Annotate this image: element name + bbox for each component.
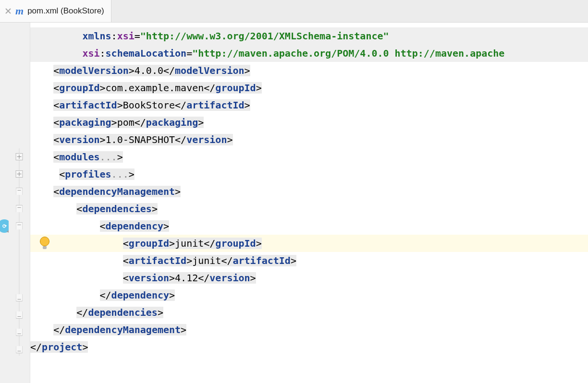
fold-collapse-icon[interactable] xyxy=(16,346,23,353)
code-line[interactable]: <packaging>pom</packaging> xyxy=(30,114,588,131)
tabbar: m pom.xml (BookStore) xyxy=(0,0,588,23)
code-line[interactable]: </dependency> xyxy=(30,287,588,304)
code-line[interactable]: </dependencies> xyxy=(30,304,588,321)
code-line[interactable]: </project> xyxy=(30,338,588,356)
fold-expand-icon[interactable] xyxy=(16,153,23,160)
maven-icon: m xyxy=(15,2,24,20)
code-line[interactable]: <version>1.0-SNAPSHOT</version> xyxy=(30,131,588,148)
code-line[interactable]: <artifactId>junit</artifactId> xyxy=(30,252,588,269)
fold-collapse-icon[interactable] xyxy=(16,188,23,195)
code-line[interactable]: xmlns:xsi="http://www.w3.org/2001/XMLSch… xyxy=(30,27,588,45)
tab-pom-xml[interactable]: m pom.xml (BookStore) xyxy=(0,0,111,22)
fold-gutter[interactable] xyxy=(9,23,30,383)
code-line[interactable]: <modules...> xyxy=(30,148,588,166)
code-line[interactable]: <dependency> xyxy=(30,217,588,235)
code-line[interactable]: <profiles...> xyxy=(30,166,588,183)
fold-collapse-icon[interactable] xyxy=(16,329,23,336)
code-line[interactable]: <groupId>com.example.maven</groupId> xyxy=(30,79,588,96)
code-line[interactable]: xsi:schemaLocation="http://maven.apache.… xyxy=(30,45,588,62)
intention-bulb-icon[interactable] xyxy=(40,237,49,250)
code-line[interactable]: <dependencyManagement> xyxy=(30,183,588,200)
fold-collapse-icon[interactable] xyxy=(16,205,23,212)
marker-gutter: ⟳ xyxy=(0,23,9,383)
fold-collapse-icon[interactable] xyxy=(16,294,23,301)
editor: ⟳ xmlns:xsi="http://www.w3.org/2001/XMLS… xyxy=(0,23,588,383)
fold-collapse-icon[interactable] xyxy=(16,222,23,229)
code-area[interactable]: xmlns:xsi="http://www.w3.org/2001/XMLSch… xyxy=(30,23,588,383)
code-line[interactable]: <version>4.12</version> xyxy=(30,269,588,287)
code-line[interactable]: <artifactId>BookStore</artifactId> xyxy=(30,96,588,114)
tab-title: pom.xml (BookStore) xyxy=(27,6,104,16)
code-line[interactable]: <modelVersion>4.0.0</modelVersion> xyxy=(30,62,588,79)
code-line[interactable]: </dependencyManagement> xyxy=(30,321,588,338)
code-line[interactable]: <groupId>junit</groupId> xyxy=(30,235,588,252)
fold-expand-icon[interactable] xyxy=(16,170,23,178)
fold-collapse-icon[interactable] xyxy=(16,311,23,319)
close-icon[interactable] xyxy=(5,8,12,14)
code-line[interactable]: <dependencies> xyxy=(30,200,588,217)
